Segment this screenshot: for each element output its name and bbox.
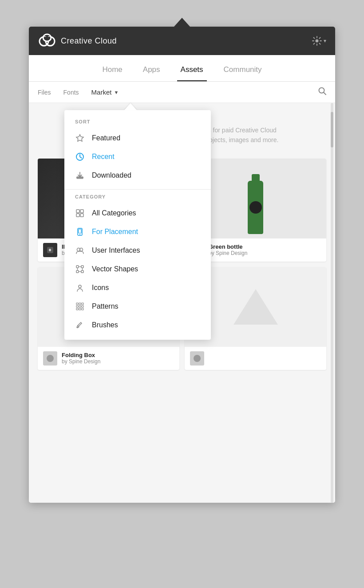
category-icons-label: Icons	[92, 284, 109, 292]
dropdown-divider	[64, 189, 211, 190]
svg-line-6	[324, 92, 326, 95]
svg-point-4	[316, 40, 319, 43]
app-window: Creative Cloud ▾ Home Apps Assets Commun…	[29, 18, 335, 503]
main-content: SORT Featured	[29, 103, 335, 503]
brand-icon	[46, 246, 55, 254]
grid-icon	[75, 208, 85, 218]
triangle-avatar	[190, 351, 204, 366]
category-vector-label: Vector Shapes	[92, 265, 138, 273]
nav-apps[interactable]: Apps	[139, 65, 164, 81]
search-button[interactable]	[318, 87, 326, 97]
iphone-brand-avatar	[43, 243, 57, 257]
category-placement-label: For Placement	[92, 228, 138, 236]
bottle-author: by Spine Design	[209, 250, 247, 256]
item-info-box: Folding Box by Spine Design	[38, 347, 179, 370]
brushes-icon	[75, 320, 85, 330]
market-caret-icon: ▼	[114, 90, 119, 95]
icons-category-icon	[75, 283, 85, 293]
gear-icon	[312, 36, 322, 46]
svg-rect-28	[79, 303, 81, 305]
bottle-meta: Green bottle by Spine Design	[209, 243, 247, 256]
logo-area: Creative Cloud	[38, 32, 117, 50]
bottle-name: Green bottle	[209, 243, 247, 250]
scrollbar-thumb[interactable]	[331, 112, 333, 147]
category-section-title: CATEGORY	[64, 194, 211, 204]
scrollbar-track	[331, 103, 333, 503]
svg-rect-33	[76, 308, 78, 310]
creative-cloud-icon	[38, 32, 56, 50]
main-navigation: Home Apps Assets Community	[29, 55, 335, 82]
ui-icon	[75, 246, 85, 255]
nav-assets[interactable]: Assets	[177, 65, 207, 81]
clock-icon	[75, 152, 85, 162]
svg-rect-20	[76, 270, 79, 273]
item-info-triangle	[185, 347, 326, 370]
sort-recent[interactable]: Recent	[64, 147, 211, 166]
category-patterns-label: Patterns	[92, 302, 119, 310]
scrollbar[interactable]	[331, 103, 333, 503]
box-name: Folding Box	[62, 352, 100, 358]
svg-rect-21	[81, 270, 83, 273]
category-ui-label: User Interfaces	[92, 246, 140, 254]
vector-icon	[75, 264, 85, 274]
settings-button[interactable]: ▾	[312, 36, 326, 46]
subnav-fonts[interactable]: Fonts	[63, 89, 86, 96]
placement-icon	[75, 227, 85, 237]
box-author: by Spine Design	[62, 358, 100, 365]
sort-featured-label: Featured	[92, 134, 120, 142]
category-all[interactable]: All Categories	[64, 204, 211, 222]
svg-rect-35	[82, 308, 83, 310]
star-icon	[75, 133, 85, 143]
sub-navigation: Files Fonts Market ▼	[29, 82, 335, 103]
dropdown-caret-icon	[124, 103, 137, 110]
bottle-visual	[248, 181, 263, 234]
sort-downloaded-label: Downloaded	[92, 171, 131, 179]
svg-rect-18	[76, 266, 79, 268]
category-placement[interactable]: For Placement	[64, 222, 211, 241]
svg-rect-9	[76, 210, 79, 213]
category-patterns[interactable]: Patterns	[64, 297, 211, 316]
category-icons[interactable]: Icons	[64, 278, 211, 297]
nav-home[interactable]: Home	[99, 65, 126, 81]
svg-rect-32	[82, 306, 83, 307]
patterns-icon	[75, 302, 85, 311]
svg-rect-12	[80, 214, 83, 217]
search-icon	[318, 87, 326, 95]
dropdown-menu: SORT Featured	[64, 110, 211, 340]
category-brushes[interactable]: Brushes	[64, 316, 211, 334]
category-brushes-label: Brushes	[92, 321, 118, 329]
market-dropdown-trigger[interactable]: Market ▼	[91, 88, 119, 96]
svg-rect-27	[76, 303, 78, 305]
nav-community[interactable]: Community	[220, 65, 265, 81]
svg-point-26	[79, 285, 81, 288]
subnav-files[interactable]: Files	[38, 89, 58, 96]
svg-point-36	[77, 326, 79, 328]
window-caret-top	[174, 18, 190, 27]
svg-rect-14	[79, 229, 81, 233]
svg-rect-34	[79, 308, 81, 310]
box-avatar	[43, 351, 57, 366]
svg-point-15	[79, 234, 80, 235]
svg-rect-30	[76, 306, 78, 307]
svg-rect-11	[76, 214, 79, 217]
svg-rect-31	[79, 306, 81, 307]
sort-featured[interactable]: Featured	[64, 129, 211, 147]
box-meta: Folding Box by Spine Design	[62, 352, 100, 365]
settings-caret: ▾	[324, 38, 326, 44]
avatar-person-icon	[47, 355, 54, 362]
sort-section-title: SORT	[64, 119, 211, 129]
category-ui[interactable]: User Interfaces	[64, 241, 211, 260]
sort-recent-label: Recent	[92, 153, 115, 161]
svg-rect-19	[81, 266, 83, 268]
bottle-label	[249, 201, 262, 214]
bottle-neck	[252, 174, 260, 183]
main-window: Creative Cloud ▾ Home Apps Assets Commun…	[29, 27, 335, 503]
app-title: Creative Cloud	[61, 36, 117, 46]
category-all-label: All Categories	[92, 209, 136, 217]
download-icon	[75, 171, 85, 180]
category-vector[interactable]: Vector Shapes	[64, 260, 211, 278]
header: Creative Cloud ▾	[29, 27, 335, 55]
avatar-person-icon	[194, 355, 201, 362]
market-label: Market	[91, 88, 112, 96]
sort-downloaded[interactable]: Downloaded	[64, 166, 211, 185]
